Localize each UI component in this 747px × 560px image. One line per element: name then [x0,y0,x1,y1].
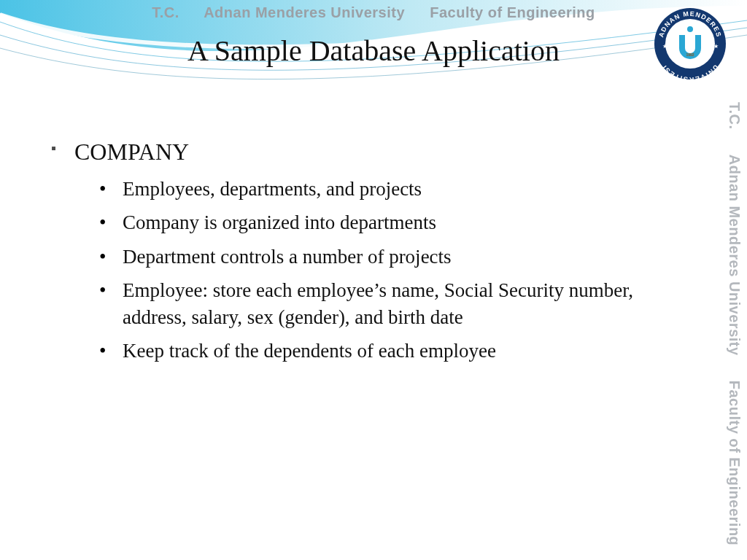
header-university: Adnan Menderes University [204,4,405,20]
sub-bullet: Company is organized into departments [89,209,649,236]
sub-bullet: Department controls a number of projects [89,244,649,270]
side-university: Adnan Menderes University [727,155,743,356]
bullet-company: COMPANY Employees, departments, and proj… [51,139,649,365]
side-prefix: T.C. [727,102,743,130]
sub-bullet: Employee: store each employee’s name, So… [89,277,649,330]
sub-bullet: Keep track of the dependents of each emp… [89,338,649,364]
bullet-company-label: COMPANY [74,139,189,165]
side-faculty: Faculty of Engineering [727,381,743,546]
svg-point-2 [687,26,693,32]
header-prefix: T.C. [152,4,179,20]
header-institution: T.C. Adnan Menderes University Faculty o… [0,4,747,21]
header-faculty: Faculty of Engineering [430,4,595,20]
slide-body: COMPANY Employees, departments, and proj… [51,139,649,373]
sub-bullet: Employees, departments, and projects [89,176,649,202]
slide-title: A Sample Database Application [0,34,747,68]
sidebar-institution: T.C. Adnan Menderes University Faculty o… [722,102,743,540]
